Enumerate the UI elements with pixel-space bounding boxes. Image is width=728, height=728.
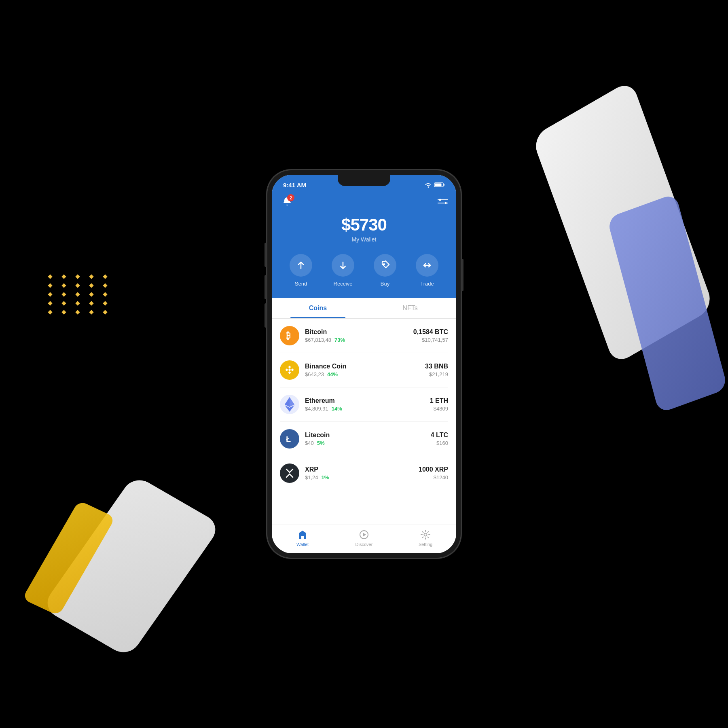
eth-price-row: $4,809,91 14%	[305, 406, 430, 412]
wifi-icon	[425, 182, 432, 188]
xrp-change: 1%	[322, 474, 329, 480]
send-label: Send	[295, 281, 307, 287]
svg-point-3	[439, 199, 441, 201]
xrp-amount: 1000 XRP	[419, 466, 448, 473]
discover-nav-icon	[358, 529, 370, 540]
ltc-icon: Ł	[280, 429, 299, 449]
bnb-name: Binance Coin	[305, 363, 425, 370]
bnb-info: Binance Coin $643,23 44%	[305, 363, 425, 377]
notification-badge: 2	[287, 194, 294, 201]
buy-button[interactable]: Buy	[374, 254, 396, 287]
btc-change: 73%	[334, 337, 345, 343]
btc-value: $10,741,57	[413, 337, 448, 343]
content-area: Coins NFTs ₿ Bitcoin	[272, 298, 456, 525]
status-icons	[425, 182, 445, 188]
svg-marker-14	[288, 371, 291, 374]
nav-setting[interactable]: Setting	[395, 529, 456, 547]
coin-list: ₿ Bitcoin $67,813,48 73% 0,1584 BTC	[272, 319, 456, 490]
nav-wallet[interactable]: Wallet	[272, 529, 333, 547]
coin-item-btc[interactable]: ₿ Bitcoin $67,813,48 73% 0,1584 BTC	[280, 319, 448, 353]
btc-amount: 0,1584 BTC	[413, 328, 448, 336]
send-button[interactable]: Send	[290, 254, 312, 287]
svg-rect-1	[435, 184, 442, 186]
tab-nfts[interactable]: NFTs	[364, 298, 456, 318]
eth-amount: 1 ETH	[430, 397, 448, 404]
nav-wallet-label: Wallet	[296, 542, 309, 547]
nav-setting-label: Setting	[419, 542, 432, 547]
status-time: 9:41 AM	[283, 182, 306, 188]
buy-icon-circle	[374, 254, 396, 277]
bnb-value: $21,219	[425, 371, 448, 377]
balance-label: My Wallet	[280, 236, 448, 243]
tag-icon	[380, 260, 390, 270]
svg-point-6	[445, 202, 447, 204]
svg-marker-11	[288, 366, 291, 368]
decorative-dots	[49, 275, 112, 314]
btc-balance: 0,1584 BTC $10,741,57	[413, 328, 448, 343]
eth-name: Ethereum	[305, 397, 430, 404]
coin-item-ltc[interactable]: Ł Litecoin $40 5% 4 LTC $160	[280, 422, 448, 456]
bottom-nav: Wallet Discover	[272, 525, 456, 553]
svg-marker-23	[363, 533, 366, 537]
svg-marker-13	[286, 368, 288, 371]
xrp-price: $1,24	[305, 474, 318, 480]
svg-marker-15	[288, 368, 291, 371]
setting-nav-icon	[420, 529, 431, 540]
action-buttons: Send Receive	[280, 254, 448, 287]
svg-rect-21	[301, 536, 304, 539]
bnb-amount: 33 BNB	[425, 363, 448, 370]
receive-icon-circle	[332, 254, 354, 277]
ltc-value: $160	[431, 440, 448, 446]
phone-screen: 9:41 AM	[272, 175, 456, 553]
ltc-info: Litecoin $40 5%	[305, 432, 431, 446]
tab-coins[interactable]: Coins	[272, 298, 364, 318]
tabs: Coins NFTs	[272, 298, 456, 319]
svg-rect-2	[444, 184, 445, 186]
send-icon-circle	[290, 254, 312, 277]
xrp-name: XRP	[305, 466, 419, 473]
xrp-info: XRP $1,24 1%	[305, 466, 419, 480]
eth-icon	[280, 395, 299, 414]
btc-info: Bitcoin $67,813,48 73%	[305, 328, 413, 343]
ltc-change: 5%	[317, 440, 325, 446]
settings-button[interactable]	[438, 197, 448, 205]
svg-point-9	[383, 264, 385, 265]
svg-text:₿: ₿	[286, 330, 290, 341]
phone-container: 9:41 AM	[267, 170, 461, 558]
phone-frame: 9:41 AM	[267, 170, 461, 558]
coin-item-xrp[interactable]: XRP $1,24 1% 1000 XRP $1240	[280, 456, 448, 490]
svg-text:Ł: Ł	[286, 435, 291, 444]
bnb-icon	[280, 360, 299, 380]
filter-icon	[438, 197, 448, 205]
trade-icon	[422, 260, 432, 270]
trade-icon-circle	[416, 254, 438, 277]
coin-item-bnb[interactable]: Binance Coin $643,23 44% 33 BNB $21,219	[280, 353, 448, 387]
xrp-icon	[280, 463, 299, 483]
btc-price: $67,813,48	[305, 337, 331, 343]
receive-button[interactable]: Receive	[332, 254, 354, 287]
svg-marker-18	[290, 397, 294, 407]
btc-price-row: $67,813,48 73%	[305, 337, 413, 343]
btc-icon: ₿	[280, 326, 299, 345]
balance-section: $5730 My Wallet	[280, 215, 448, 243]
trade-button[interactable]: Trade	[416, 254, 438, 287]
ltc-price: $40	[305, 440, 314, 446]
xrp-price-row: $1,24 1%	[305, 474, 419, 480]
coin-item-eth[interactable]: Ethereum $4,809,91 14% 1 ETH $4809	[280, 387, 448, 422]
bnb-price: $643,23	[305, 371, 324, 377]
notification-button[interactable]: 2	[280, 194, 294, 209]
xrp-balance: 1000 XRP $1240	[419, 466, 448, 480]
eth-value: $4809	[430, 406, 448, 412]
svg-marker-12	[291, 368, 294, 371]
bnb-change: 44%	[327, 371, 338, 377]
header-top: 2	[280, 193, 448, 209]
eth-balance: 1 ETH $4809	[430, 397, 448, 412]
bnb-balance: 33 BNB $21,219	[425, 363, 448, 377]
wallet-nav-icon	[297, 529, 308, 540]
xrp-value: $1240	[419, 474, 448, 480]
buy-label: Buy	[381, 281, 389, 287]
ltc-balance: 4 LTC $160	[431, 432, 448, 446]
nav-discover[interactable]: Discover	[333, 529, 395, 547]
receive-label: Receive	[334, 281, 353, 287]
phone-notch	[338, 175, 390, 186]
